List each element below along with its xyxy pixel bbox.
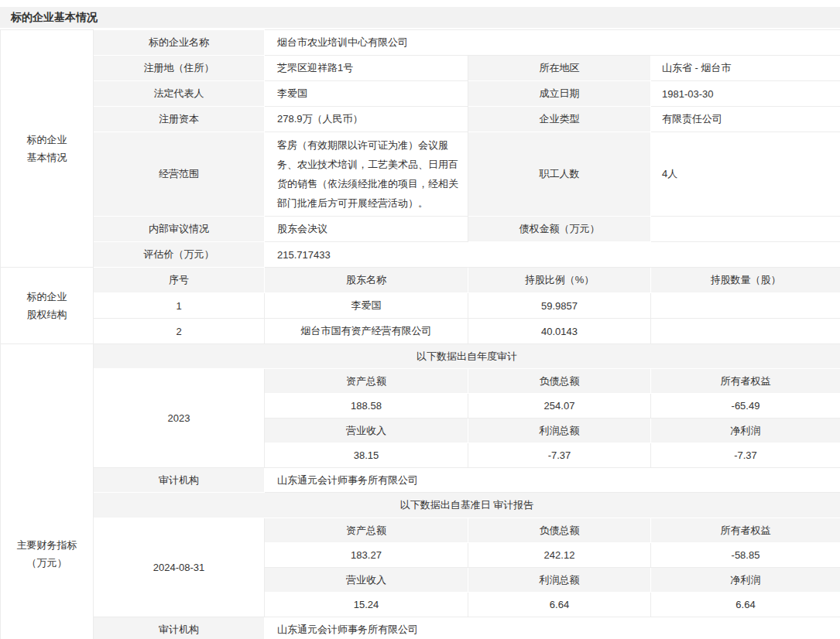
row-company-name: 标的企业 基本情况 标的企业名称 烟台市农业培训中心有限公司 — [1, 30, 840, 56]
reg-capital-value: 278.9万（人民币） — [265, 107, 468, 132]
annual-owner-equity-label: 所有者权益 — [651, 369, 840, 394]
baseline-headers-1: 2024-08-31 资产总额 负债总额 所有者权益 — [1, 518, 840, 543]
equity-col-shares: 持股数量（股） — [651, 268, 840, 293]
annual-liabilities-label: 负债总额 — [468, 369, 651, 394]
row-scope-staff: 经营范围 客房（有效期限以许可证为准）会议服务、农业技术培训，工艺美术品、日用百… — [1, 132, 840, 217]
equity-col-ratio: 持股比例（%） — [468, 268, 651, 293]
annual-assets-value: 188.58 — [265, 394, 468, 419]
baseline-owner-equity-label: 所有者权益 — [651, 518, 840, 543]
reg-address-value: 芝罘区迎祥路1号 — [265, 56, 468, 81]
baseline-assets-value: 183.27 — [265, 543, 468, 568]
legal-rep-value: 李爱国 — [265, 81, 468, 107]
reg-capital-label: 注册资本 — [94, 107, 265, 132]
annual-net-profit-value: -7.37 — [651, 443, 840, 468]
baseline-profit-value: 6.64 — [468, 593, 651, 617]
annual-revenue-label: 营业收入 — [265, 419, 468, 443]
biz-scope-label: 经营范围 — [94, 132, 265, 217]
annual-audit-agency-label: 审计机构 — [94, 468, 265, 493]
baseline-profit-label: 利润总额 — [468, 568, 651, 593]
row-capital-type: 注册资本 278.9万（人民币） 企业类型 有限责任公司 — [1, 107, 840, 132]
baseline-revenue-value: 15.24 — [265, 593, 468, 617]
equity-1-shares — [651, 293, 840, 319]
appraisal-price-value: 215.717433 — [265, 242, 840, 268]
baseline-net-profit-value: 6.64 — [651, 593, 840, 617]
section-equity-label: 标的企业 股权结构 — [1, 268, 94, 344]
row-review-debt: 内部审议情况 股东会决议 债权金额（万元） — [1, 217, 840, 242]
equity-1-ratio: 59.9857 — [468, 293, 651, 319]
annual-audit-banner: 以下数据出自年度审计 — [94, 344, 840, 369]
ent-type-value: 有限责任公司 — [651, 107, 840, 132]
annual-liabilities-value: 254.07 — [468, 394, 651, 419]
equity-2-shares — [651, 319, 840, 344]
financial-banner-annual: 主要财务指标 （万元） 以下数据出自年度审计 — [1, 344, 840, 369]
equity-1-shareholder: 李爱国 — [265, 293, 468, 319]
appraisal-price-label: 评估价（万元） — [94, 242, 265, 268]
row-legal-rep-date: 法定代表人 李爱国 成立日期 1981-03-30 — [1, 81, 840, 107]
enterprise-info-table: 标的企业 基本情况 标的企业名称 烟台市农业培训中心有限公司 注册地（住所） 芝… — [0, 29, 840, 639]
baseline-audit-agency-value: 山东通元会计师事务所有限公司 — [265, 617, 840, 639]
baseline-liabilities-value: 242.12 — [468, 543, 651, 568]
baseline-net-profit-label: 净利润 — [651, 568, 840, 593]
company-name-value: 烟台市农业培训中心有限公司 — [265, 30, 840, 56]
biz-scope-value: 客房（有效期限以许可证为准）会议服务、农业技术培训，工艺美术品、日用百货的销售（… — [265, 132, 468, 217]
annual-headers-1: 2023 资产总额 负债总额 所有者权益 — [1, 369, 840, 394]
equity-header-row: 标的企业 股权结构 序号 股东名称 持股比例（%） 持股数量（股） — [1, 268, 840, 293]
baseline-audit-agency-label: 审计机构 — [94, 617, 265, 639]
section-basic-info-label: 标的企业 基本情况 — [1, 30, 94, 268]
est-date-label: 成立日期 — [468, 81, 651, 107]
baseline-owner-equity-value: -58.85 — [651, 543, 840, 568]
row-address-region: 注册地（住所） 芝罘区迎祥路1号 所在地区 山东省 - 烟台市 — [1, 56, 840, 81]
baseline-liabilities-label: 负债总额 — [468, 518, 651, 543]
baseline-revenue-label: 营业收入 — [265, 568, 468, 593]
equity-row-2: 2 烟台市国有资产经营有限公司 40.0143 — [1, 319, 840, 344]
page-title-text: 标的企业基本情况 — [11, 11, 98, 25]
baseline-period: 2024-08-31 — [94, 518, 265, 617]
annual-profit-label: 利润总额 — [468, 419, 651, 443]
equity-2-index: 2 — [94, 319, 265, 344]
ent-type-label: 企业类型 — [468, 107, 651, 132]
annual-audit-agency-row: 审计机构 山东通元会计师事务所有限公司 — [1, 468, 840, 493]
annual-net-profit-label: 净利润 — [651, 419, 840, 443]
baseline-assets-label: 资产总额 — [265, 518, 468, 543]
annual-profit-value: -7.37 — [468, 443, 651, 468]
annual-period: 2023 — [94, 369, 265, 468]
debt-amount-value — [651, 217, 840, 242]
page-title: 标的企业基本情况 — [0, 7, 840, 28]
staff-count-label: 职工人数 — [468, 132, 651, 217]
row-appraisal: 评估价（万元） 215.717433 — [1, 242, 840, 268]
staff-count-value: 4人 — [651, 132, 840, 217]
equity-col-index: 序号 — [94, 268, 265, 293]
company-name-label: 标的企业名称 — [94, 30, 265, 56]
debt-amount-label: 债权金额（万元） — [468, 217, 651, 242]
internal-review-label: 内部审议情况 — [94, 217, 265, 242]
financial-banner-baseline: 以下数据出自基准日 审计报告 — [1, 493, 840, 518]
annual-audit-agency-value: 山东通元会计师事务所有限公司 — [265, 468, 840, 493]
region-value: 山东省 - 烟台市 — [651, 56, 840, 81]
section-financial-label: 主要财务指标 （万元） — [1, 344, 94, 639]
equity-1-index: 1 — [94, 293, 265, 319]
legal-rep-label: 法定代表人 — [94, 81, 265, 107]
internal-review-value: 股东会决议 — [265, 217, 468, 242]
region-label: 所在地区 — [468, 56, 651, 81]
annual-revenue-value: 38.15 — [265, 443, 468, 468]
equity-2-ratio: 40.0143 — [468, 319, 651, 344]
est-date-value: 1981-03-30 — [651, 81, 840, 107]
equity-row-1: 1 李爱国 59.9857 — [1, 293, 840, 319]
equity-2-shareholder: 烟台市国有资产经营有限公司 — [265, 319, 468, 344]
annual-owner-equity-value: -65.49 — [651, 394, 840, 419]
reg-address-label: 注册地（住所） — [94, 56, 265, 81]
annual-assets-label: 资产总额 — [265, 369, 468, 394]
baseline-audit-banner: 以下数据出自基准日 审计报告 — [94, 493, 840, 518]
baseline-audit-agency-row: 审计机构 山东通元会计师事务所有限公司 — [1, 617, 840, 639]
equity-col-shareholder: 股东名称 — [265, 268, 468, 293]
